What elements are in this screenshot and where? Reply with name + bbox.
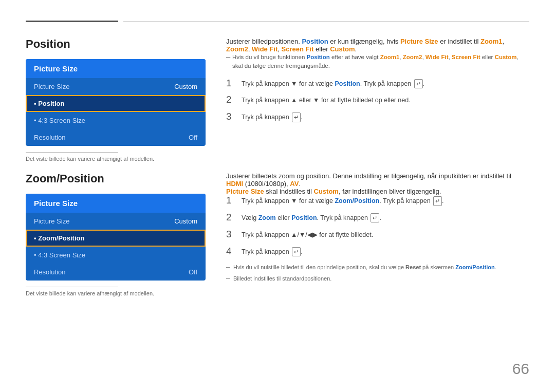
position-step1-highlight: Position — [335, 80, 360, 87]
position-step-1: 1 Tryk på knappen ▼ for at vælge Positio… — [226, 78, 529, 89]
position-item-label-picturesize: Picture Size — [34, 83, 69, 90]
zoom-title: Zoom/Position — [26, 172, 206, 185]
zoom-section-divider — [26, 287, 118, 287]
position-highlight-zoom2: Zoom2 — [226, 45, 248, 53]
enter-icon-z1: ↵ — [433, 196, 442, 206]
top-dividers — [26, 21, 529, 22]
position-menu-item-resolution: Resolution Off — [26, 129, 206, 146]
zoom-menu-item-picturesize: Picture Size Custom — [26, 213, 206, 230]
position-section-divider — [26, 152, 118, 153]
zoom-menu-item-resolution: Resolution Off — [26, 264, 206, 281]
position-note-highlight-widefit: Wide Fit — [425, 54, 449, 60]
position-note-highlight-position: Position — [306, 54, 329, 60]
position-menu-item-position: • Position — [26, 95, 206, 112]
position-left-panel: Position Picture Size Picture Size Custo… — [26, 38, 206, 162]
position-note-highlight-zoom2: Zoom2 — [403, 54, 422, 60]
zoom-step-4: 4 Tryk på knappen ↵. — [226, 246, 529, 257]
position-step-2-text: Tryk på knappen ▲ eller ▼ for at flytte … — [242, 95, 411, 105]
position-step-2: 2 Tryk på knappen ▲ eller ▼ for at flytt… — [226, 95, 529, 105]
position-note: Det viste billede kan variere afhængigt … — [26, 156, 206, 162]
page-number: 66 — [512, 360, 529, 378]
position-title: Position — [26, 38, 206, 51]
position-right-panel: Justerer billedpositionen. Position er k… — [226, 38, 529, 162]
position-step-2-number: 2 — [226, 95, 236, 105]
zoom-step-1-number: 1 — [226, 195, 236, 206]
zoom-step-1-text: Tryk på knappen ▼ for at vælge Zoom/Posi… — [242, 195, 444, 206]
divider-thin — [123, 21, 529, 22]
position-note-block: Hvis du vil bruge funktionen Position ef… — [226, 53, 529, 71]
zoom-note1-reset: Reset — [405, 264, 421, 270]
zoom-step-3-number: 3 — [226, 229, 236, 240]
zoom-note1-highlight: Zoom/Position — [455, 264, 494, 270]
zoom-step-2-text: Vælg Zoom eller Position. Tryk på knappe… — [242, 212, 381, 223]
zoom-bottom-notes: Hvis du vil nulstille billedet til den o… — [226, 263, 529, 283]
enter-icon-z2: ↵ — [371, 213, 379, 223]
zoom-step-2-number: 2 — [226, 212, 236, 223]
zoom-step2-highlight-position: Position — [291, 214, 317, 221]
zoom-menu-item-zoom: • Zoom/Position — [26, 230, 206, 247]
zoom-highlight-hdmi: HDMI — [226, 180, 243, 188]
zoom-note: Det viste billede kan variere afhængigt … — [26, 290, 206, 296]
enter-icon-1: ↵ — [414, 79, 423, 89]
position-step-3: 3 Tryk på knappen ↵. — [226, 111, 529, 122]
position-highlight-custom: Custom — [330, 45, 355, 53]
position-highlight-zoom1: Zoom1 — [480, 38, 503, 45]
zoom-step-3: 3 Tryk på knappen ▲/▼/◀▶ for at flytte b… — [226, 229, 529, 240]
zoom-note-1: Hvis du vil nulstille billedet til den o… — [226, 263, 529, 272]
zoom-step-3-text: Tryk på knappen ▲/▼/◀▶ for at flytte bil… — [242, 229, 373, 240]
zoom-steps: 1 Tryk på knappen ▼ for at vælge Zoom/Po… — [226, 195, 529, 257]
position-note-highlight-custom: Custom — [495, 54, 517, 60]
zoom-left-panel: Zoom/Position Picture Size Picture Size … — [26, 172, 206, 296]
zoom-highlight-picturesize: Picture Size — [226, 188, 264, 195]
zoom-menu-box: Picture Size Picture Size Custom • Zoom/… — [26, 194, 206, 281]
position-highlight-picturesize: Picture Size — [400, 38, 438, 45]
position-step-3-number: 3 — [226, 111, 236, 122]
enter-icon-z4: ↵ — [292, 247, 301, 257]
position-menu-item-picturesize: Picture Size Custom — [26, 78, 206, 95]
position-highlight-screenfit: Screen Fit — [282, 45, 314, 53]
zoom-highlight-custom: Custom — [314, 188, 339, 195]
zoom-step-1: 1 Tryk på knappen ▼ for at vælge Zoom/Po… — [226, 195, 529, 206]
zoom-step-4-text: Tryk på knappen ↵. — [242, 246, 303, 257]
zoom-menu-item-screensize: • 4:3 Screen Size — [26, 247, 206, 264]
position-note-highlight-screenfit: Screen Fit — [452, 54, 480, 60]
zoom-menu-header: Picture Size — [26, 194, 206, 213]
position-item-label-position: • Position — [34, 100, 64, 107]
position-highlight-position: Position — [302, 38, 328, 45]
zoom-note-2: Billedet indstilles til standardposition… — [226, 274, 529, 283]
zoom-highlight-av: AV — [290, 180, 299, 188]
position-highlight-widefit: Wide Fit — [252, 45, 278, 53]
zoom-step2-highlight-zoom: Zoom — [258, 214, 276, 221]
position-menu-box: Picture Size Picture Size Custom • Posit… — [26, 59, 206, 146]
zoom-item-label-zoom: • Zoom/Position — [34, 234, 84, 242]
position-note-highlight-zoom1: Zoom1 — [380, 54, 400, 60]
zoom-step-2: 2 Vælg Zoom eller Position. Tryk på knap… — [226, 212, 529, 223]
position-menu-header: Picture Size — [26, 59, 206, 78]
zoom-item-value-picturesize: Custom — [174, 217, 197, 225]
zoom-intro: Justerer billedets zoom og position. Den… — [226, 172, 529, 195]
position-menu-item-screensize: • 4:3 Screen Size — [26, 112, 206, 129]
page: Position Picture Size Picture Size Custo… — [0, 0, 555, 392]
position-steps: 1 Tryk på knappen ▼ for at vælge Positio… — [226, 78, 529, 123]
position-item-label-resolution: Resolution — [34, 134, 65, 141]
divider-thick — [26, 21, 118, 22]
position-step-1-number: 1 — [226, 78, 236, 89]
position-item-label-screensize: • 4:3 Screen Size — [34, 117, 85, 124]
position-item-value-picturesize: Custom — [174, 83, 197, 90]
position-intro: Justerer billedpositionen. Position er k… — [226, 38, 529, 53]
zoom-item-label-picturesize: Picture Size — [34, 217, 69, 225]
zoom-item-value-resolution: Off — [189, 268, 197, 276]
zoom-item-label-resolution: Resolution — [34, 268, 65, 276]
zoom-right-panel: Justerer billedets zoom og position. Den… — [226, 172, 529, 296]
position-step-1-text: Tryk på knappen ▼ for at vælge Position.… — [242, 78, 424, 89]
zoom-item-label-screensize: • 4:3 Screen Size — [34, 251, 85, 259]
enter-icon-3: ↵ — [292, 113, 301, 122]
position-step-3-text: Tryk på knappen ↵. — [242, 111, 303, 122]
zoom-step1-highlight: Zoom/Position — [335, 197, 379, 204]
position-item-value-resolution: Off — [189, 134, 197, 141]
zoom-step-4-number: 4 — [226, 246, 236, 257]
